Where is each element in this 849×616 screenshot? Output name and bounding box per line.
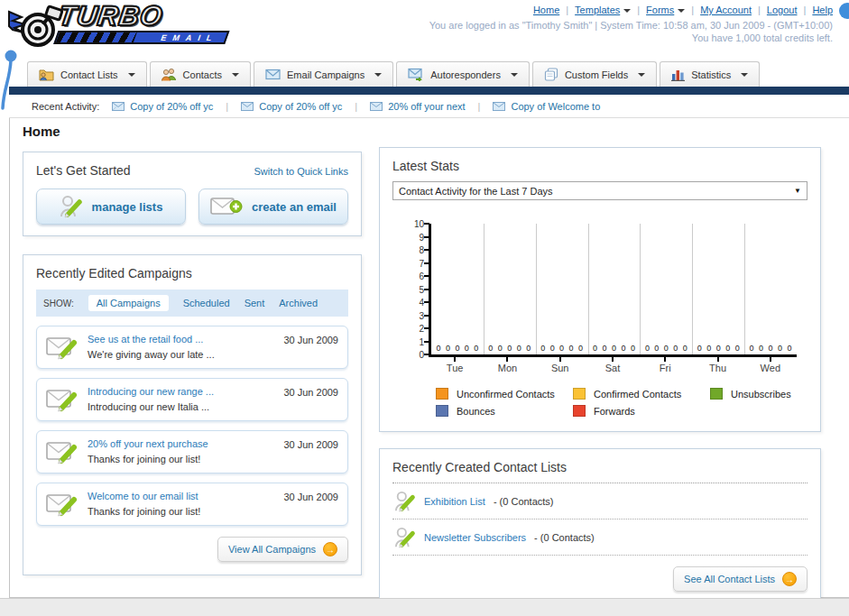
top-link-forms[interactable]: Forms (646, 5, 674, 15)
turbo-email-logo[interactable]: TURBO EMAIL (7, 3, 242, 53)
see-all-contact-lists-button[interactable]: See All Contact Lists → (673, 566, 807, 592)
recent-activity-item[interactable]: Copy of 20% off yc (112, 101, 213, 112)
recently-created-contact-lists-panel: Recently Created Contact Lists Exhibitio… (379, 448, 821, 603)
legend-item: Unsubscribes (710, 388, 807, 400)
campaign-date: 30 Jun 2009 (283, 333, 338, 345)
nav-tab-statistics[interactable]: Statistics (660, 61, 760, 87)
top-link-my-account[interactable]: My Account (700, 5, 752, 15)
recent-activity-bar: Recent Activity: Copy of 20% off yc | Co… (9, 95, 849, 118)
view-all-campaigns-button[interactable]: View All Campaigns → (217, 537, 348, 562)
campaign-title-link[interactable]: 20% off your next purchase (88, 437, 208, 451)
person-pencil-icon (394, 526, 416, 549)
chevron-down-icon (511, 73, 518, 77)
envelope-pencil-icon (46, 492, 78, 517)
campaign-title-link[interactable]: See us at the retail food ... (88, 333, 215, 346)
legend-item: Forwards (573, 405, 710, 417)
nav-tab-email-campaigns[interactable]: Email Campaigns (254, 61, 393, 87)
campaign-row[interactable]: 20% off your next purchase Thanks for jo… (36, 430, 348, 473)
chevron-down-icon: ▼ (794, 187, 801, 195)
campaigns-title: Recently Edited Campaigns (36, 266, 348, 280)
chevron-down-icon (678, 9, 685, 13)
campaign-date: 30 Jun 2009 (283, 385, 338, 398)
filter-all-campaigns[interactable]: All Campaigns (88, 295, 169, 311)
contacts-icon (161, 68, 177, 81)
contact-list-link[interactable]: Exhibition List (424, 496, 485, 507)
campaign-title-link[interactable]: Welcome to our email list (88, 490, 200, 503)
recently-edited-campaigns-panel: Recently Edited Campaigns SHOW: All Camp… (23, 254, 362, 575)
chart-plot: 0123456789100000000000000000000000000000… (429, 224, 797, 357)
envelope-icon (265, 69, 281, 80)
nav-tab-contact-lists[interactable]: Contact Lists (27, 61, 147, 87)
top-link-help[interactable]: Help (812, 5, 833, 15)
main-nav: Contact Lists Contacts Email Campaigns (27, 61, 760, 87)
left-column: Home Let's Get Started Switch to Quick L… (23, 120, 362, 575)
campaign-subtitle: Thanks for joining our list! (88, 454, 200, 464)
logo-email-banner: EMAIL (53, 31, 229, 44)
nav-tab-contacts[interactable]: Contacts (150, 61, 251, 87)
stats-period-select[interactable]: Contact Activity for the Last 7 Days ▼ (392, 181, 807, 200)
envelope-pencil-icon (46, 335, 78, 360)
campaign-subtitle: Thanks for joining our list! (88, 506, 200, 517)
contact-activity-chart: 0123456789100000000000000000000000000000… (392, 224, 807, 417)
logo-brand: TURBO (57, 3, 232, 30)
envelope-forward-icon (408, 68, 424, 81)
nav-tab-autoresponders[interactable]: Autoresponders (396, 61, 530, 87)
logo-stripes (56, 32, 136, 42)
legend-item: Bounces (436, 405, 573, 417)
legend-item: Confirmed Contacts (573, 388, 710, 400)
campaign-row[interactable]: Introducing our new range ... Introducin… (36, 378, 348, 421)
right-column: Latest Stats Contact Activity for the La… (379, 147, 821, 603)
campaign-date: 30 Jun 2009 (283, 437, 338, 450)
contact-lists-title: Recently Created Contact Lists (392, 460, 807, 474)
top-link-templates[interactable]: Templates (575, 5, 620, 15)
switch-to-quick-links[interactable]: Switch to Quick Links (254, 166, 348, 177)
latest-stats-title: Latest Stats (392, 159, 807, 173)
get-started-panel: Let's Get Started Switch to Quick Links … (23, 152, 362, 236)
credits-text: You have 1,000 total credits left. (692, 32, 833, 43)
envelope-pencil-icon (46, 387, 78, 412)
filter-archived[interactable]: Archived (279, 298, 318, 308)
top-link-logout[interactable]: Logout (767, 5, 798, 15)
navy-divider-bar (9, 87, 849, 95)
create-an-email-button[interactable]: create an email (198, 188, 348, 225)
contact-list-link[interactable]: Newsletter Subscribers (424, 532, 526, 543)
show-label: SHOW: (43, 299, 74, 308)
campaign-row[interactable]: Welcome to our email list Thanks for joi… (36, 483, 348, 526)
recent-activity-item[interactable]: Copy of 20% off yc (241, 101, 342, 112)
campaign-subtitle: We're giving away our late ... (88, 349, 215, 360)
recent-activity-item[interactable]: 20% off your next (370, 101, 465, 112)
page-title: Home (23, 124, 362, 139)
manage-lists-button[interactable]: manage lists (36, 188, 186, 225)
top-link-home[interactable]: Home (533, 5, 559, 15)
decorative-blue-dot (839, 3, 849, 19)
campaign-filter-bar: SHOW: All Campaigns Scheduled Sent Archi… (36, 290, 348, 317)
nav-tab-custom-fields[interactable]: Custom Fields (532, 61, 657, 87)
login-status-text: You are logged in as "Timothy Smith" | S… (429, 20, 833, 31)
campaign-row[interactable]: See us at the retail food ... We're givi… (36, 326, 348, 369)
envelope-small-icon (241, 102, 254, 111)
chevron-down-icon (623, 9, 631, 13)
chart-x-axis: TueMonSunSatFriThuWed (429, 357, 797, 373)
campaign-date: 30 Jun 2009 (283, 490, 338, 502)
chevron-down-icon (741, 73, 748, 77)
contact-list-row[interactable]: Newsletter Subscribers - (0 Contacts) (392, 519, 807, 556)
turbo-charger-icon (7, 3, 63, 53)
recent-activity-item[interactable]: Copy of Welcome to (493, 101, 600, 112)
legend-item: Unconfirmed Contacts (436, 388, 573, 400)
envelope-plus-icon (210, 196, 243, 217)
envelope-small-icon (493, 102, 505, 111)
chevron-down-icon (128, 73, 135, 77)
arrow-right-icon: → (782, 572, 797, 586)
arrow-right-icon: → (323, 542, 337, 556)
chevron-down-icon (374, 73, 382, 77)
logo-sub: EMAIL (160, 33, 220, 42)
contact-list-row[interactable]: Exhibition List - (0 Contacts) (392, 483, 807, 519)
campaign-title-link[interactable]: Introducing our new range ... (88, 385, 214, 399)
filter-scheduled[interactable]: Scheduled (183, 298, 230, 308)
person-pencil-icon (394, 490, 416, 513)
envelope-pencil-icon (46, 439, 78, 464)
bar-chart-icon (671, 69, 685, 81)
filter-sent[interactable]: Sent (245, 298, 265, 308)
contact-list-count: - (0 Contacts) (494, 496, 554, 507)
folder-user-icon (39, 68, 54, 81)
